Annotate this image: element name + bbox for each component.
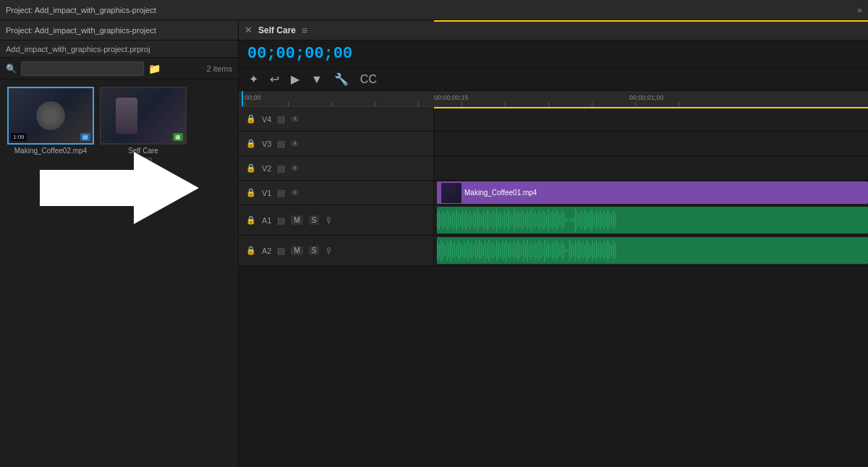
- svg-rect-150: [538, 240, 539, 261]
- svg-rect-178: [592, 241, 593, 260]
- svg-rect-186: [608, 239, 608, 262]
- captions-tool[interactable]: CC: [357, 72, 380, 87]
- timeline: 00;00 00;00;00;15 00;00;01;00: [239, 91, 868, 467]
- track-v1-row: 🔒 V1 ▤ 👁 Making_Coffee01.mp4: [239, 181, 868, 205]
- svg-rect-26: [483, 210, 484, 230]
- eye-v3-icon[interactable]: 👁: [291, 139, 299, 149]
- solo-a2-button[interactable]: S: [309, 246, 320, 255]
- eye-v4-icon[interactable]: 👁: [291, 114, 299, 124]
- timeline-tracks-wrapper: 🔒 V4 ▤ 👁 🔒 V3 ▤: [239, 107, 868, 467]
- svg-rect-164: [565, 248, 566, 252]
- svg-rect-40: [510, 212, 511, 228]
- svg-rect-47: [523, 212, 524, 228]
- sequence-menu-icon[interactable]: ≡: [302, 25, 307, 36]
- svg-rect-18: [467, 213, 468, 227]
- svg-rect-104: [451, 239, 451, 262]
- expand-icon[interactable]: »: [857, 4, 862, 15]
- svg-rect-7: [446, 210, 447, 231]
- thumb-duration-0: 1:09: [11, 133, 27, 141]
- selection-tool[interactable]: ✦: [246, 71, 261, 87]
- folder-icon[interactable]: 📁: [148, 63, 161, 74]
- lock-v3-icon[interactable]: 🔒: [246, 139, 256, 148]
- svg-rect-148: [535, 241, 535, 260]
- search-input[interactable]: [21, 61, 144, 76]
- svg-rect-185: [605, 243, 606, 258]
- svg-rect-48: [525, 215, 526, 225]
- svg-rect-71: [569, 219, 570, 220]
- project-item-1[interactable]: ▦ Self Care 30;22: [100, 87, 187, 165]
- filmstrip-a2-icon: ▤: [277, 246, 285, 256]
- svg-rect-37: [504, 210, 505, 230]
- svg-rect-114: [469, 244, 470, 257]
- video-clip-v1[interactable]: Making_Coffee01.mp4: [437, 181, 868, 204]
- svg-rect-105: [452, 244, 453, 257]
- svg-rect-118: [477, 243, 478, 258]
- svg-rect-11: [454, 213, 455, 228]
- svg-rect-138: [516, 243, 516, 258]
- project-item-0[interactable]: 1:09 ▤ Making_Coffee02.mp4: [7, 87, 94, 165]
- svg-rect-155: [548, 241, 549, 260]
- svg-rect-58: [544, 212, 545, 228]
- mute-a2-button[interactable]: M: [291, 246, 302, 255]
- svg-rect-59: [546, 214, 547, 226]
- svg-rect-158: [554, 243, 555, 258]
- eye-v2-icon[interactable]: 👁: [291, 163, 299, 173]
- track-select-tool[interactable]: ▶: [288, 71, 302, 87]
- svg-rect-163: [563, 243, 564, 258]
- lock-a1-icon[interactable]: 🔒: [246, 215, 256, 225]
- search-icon: 🔍: [6, 64, 17, 74]
- solo-a1-button[interactable]: S: [309, 215, 320, 225]
- svg-rect-177: [590, 244, 591, 256]
- svg-rect-99: [441, 240, 441, 261]
- svg-rect-81: [588, 213, 589, 227]
- search-bar: 🔍 📁 2 items: [0, 58, 238, 80]
- track-v3-row: 🔒 V3 ▤ 👁: [239, 132, 868, 156]
- svg-rect-70: [567, 218, 568, 221]
- track-v1-controls: 🔒 V1 ▤ 👁: [239, 181, 434, 205]
- thumbnails-area: 1:09 ▤ Making_Coffee02.mp4 ▦ Self Care 3…: [0, 80, 238, 467]
- svg-rect-132: [504, 243, 505, 258]
- timecode[interactable]: 00;00;00;00: [247, 45, 352, 63]
- svg-rect-75: [576, 212, 577, 228]
- svg-rect-187: [609, 242, 610, 259]
- wrench-tool[interactable]: 🔧: [331, 71, 352, 87]
- track-a2-controls: 🔒 A2 ▤ M S 🎙: [239, 236, 434, 266]
- svg-rect-135: [510, 241, 511, 260]
- svg-rect-76: [579, 214, 579, 226]
- lock-v2-icon[interactable]: 🔒: [246, 163, 256, 173]
- audio-waveform-a1: [437, 207, 868, 234]
- svg-rect-126: [493, 241, 493, 260]
- svg-rect-168: [573, 244, 574, 256]
- svg-rect-171: [579, 240, 579, 261]
- svg-rect-84: [594, 214, 595, 226]
- svg-rect-172: [581, 244, 582, 257]
- svg-rect-63: [554, 213, 555, 227]
- tracks-stack: 🔒 V4 ▤ 👁 🔒 V3 ▤: [239, 107, 868, 467]
- marker-tool[interactable]: ▼: [308, 72, 326, 87]
- svg-rect-96: [437, 237, 868, 264]
- svg-rect-4: [441, 214, 441, 226]
- thumbnail-1[interactable]: ▦: [100, 87, 187, 145]
- eye-v1-icon[interactable]: 👁: [291, 188, 299, 198]
- svg-rect-122: [485, 241, 485, 260]
- playhead: [242, 91, 243, 106]
- svg-rect-9: [451, 215, 451, 225]
- project-panel-header: Project: Add_impact_with_graphics-projec…: [0, 20, 238, 40]
- lock-v4-icon[interactable]: 🔒: [246, 114, 256, 124]
- track-v3-label: V3: [262, 140, 271, 148]
- lock-v1-icon[interactable]: 🔒: [246, 188, 256, 197]
- track-v4-label: V4: [262, 115, 271, 124]
- svg-rect-107: [456, 244, 456, 256]
- svg-rect-162: [561, 241, 562, 260]
- thumbnail-0[interactable]: 1:09 ▤: [7, 87, 94, 145]
- svg-rect-55: [538, 210, 539, 230]
- svg-rect-57: [542, 210, 543, 231]
- lock-a2-icon[interactable]: 🔒: [246, 246, 256, 255]
- svg-rect-129: [498, 242, 499, 259]
- close-button[interactable]: ✕: [244, 25, 252, 35]
- ripple-tool[interactable]: ↩: [267, 71, 282, 87]
- mute-a1-button[interactable]: M: [291, 215, 302, 225]
- svg-rect-156: [550, 244, 550, 256]
- svg-rect-10: [452, 210, 453, 230]
- svg-rect-119: [479, 240, 480, 261]
